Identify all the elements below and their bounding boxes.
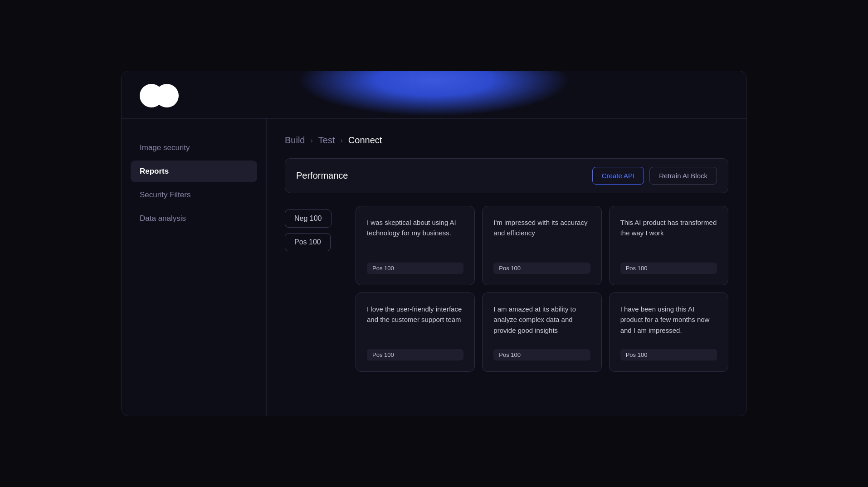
- retrain-ai-block-button[interactable]: Retrain AI Block: [649, 167, 717, 185]
- sentiment-badge-5: Pos 100: [493, 349, 590, 360]
- header: [122, 71, 746, 119]
- review-text-3: This AI product has transformed the way …: [620, 217, 717, 253]
- sidebar-item-reports[interactable]: Reports: [131, 161, 257, 182]
- sidebar-item-image-security[interactable]: Image security: [131, 137, 257, 159]
- review-card-3: This AI product has transformed the way …: [609, 206, 728, 285]
- breadcrumb-test[interactable]: Test: [318, 135, 335, 146]
- reviews-row-1: Neg 100 Pos 100 I was skeptical about us…: [285, 206, 728, 285]
- review-text-5: I am amazed at its ability to analyze co…: [493, 304, 590, 340]
- logo: [140, 84, 179, 107]
- review-text-6: I have been using this AI product for a …: [620, 304, 717, 340]
- breadcrumb-connect[interactable]: Connect: [348, 135, 382, 146]
- review-card-6: I have been using this AI product for a …: [609, 292, 728, 372]
- toolbar-title: Performance: [296, 170, 348, 181]
- filter-badges: Neg 100 Pos 100: [285, 206, 348, 285]
- content-area: Build › Test › Connect Performance Creat…: [267, 119, 746, 416]
- review-card-1: I was skeptical about using AI technolog…: [356, 206, 475, 285]
- review-card-4: I love the user-friendly interface and t…: [356, 292, 475, 372]
- sidebar-item-data-analysis[interactable]: Data analysis: [131, 208, 257, 229]
- create-api-button[interactable]: Create API: [592, 167, 644, 185]
- main-layout: Image security Reports Security Filters …: [122, 119, 746, 416]
- sentiment-badge-2: Pos 100: [493, 263, 590, 274]
- sentiment-badge-3: Pos 100: [620, 263, 717, 274]
- review-text-4: I love the user-friendly interface and t…: [367, 304, 463, 340]
- review-card-2: I'm impressed with its accuracy and effi…: [482, 206, 601, 285]
- toolbar-buttons: Create API Retrain AI Block: [592, 167, 717, 185]
- breadcrumb: Build › Test › Connect: [285, 135, 728, 146]
- sentiment-badge-4: Pos 100: [367, 349, 463, 360]
- neg-100-filter[interactable]: Neg 100: [285, 209, 332, 228]
- toolbar: Performance Create API Retrain AI Block: [285, 158, 728, 193]
- review-text-2: I'm impressed with its accuracy and effi…: [493, 217, 590, 253]
- review-text-1: I was skeptical about using AI technolog…: [367, 217, 463, 253]
- breadcrumb-sep-2: ›: [341, 136, 343, 145]
- breadcrumb-build[interactable]: Build: [285, 135, 305, 146]
- sidebar: Image security Reports Security Filters …: [122, 119, 267, 416]
- sidebar-item-security-filters[interactable]: Security Filters: [131, 184, 257, 206]
- sentiment-badge-1: Pos 100: [367, 263, 463, 274]
- logo-circle-right: [155, 84, 179, 107]
- sentiment-badge-6: Pos 100: [620, 349, 717, 360]
- reviews-row-2: I love the user-friendly interface and t…: [285, 292, 728, 372]
- app-window: Image security Reports Security Filters …: [121, 71, 747, 416]
- breadcrumb-sep-1: ›: [310, 136, 312, 145]
- review-card-5: I am amazed at its ability to analyze co…: [482, 292, 601, 372]
- spacer: [285, 292, 348, 372]
- pos-100-filter[interactable]: Pos 100: [285, 233, 331, 251]
